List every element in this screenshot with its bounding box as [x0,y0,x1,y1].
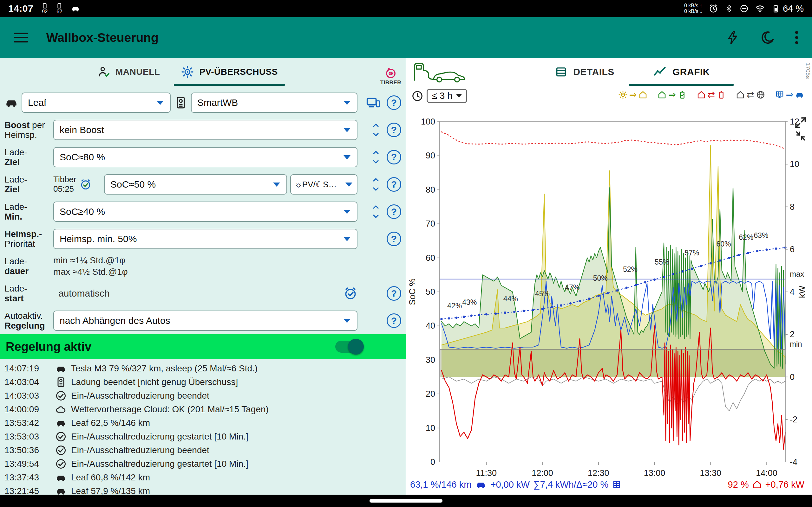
overflow-menu-icon[interactable] [795,31,798,44]
auto-activation-label: Autoaktiv.Regelung [4,311,50,331]
help-button[interactable]: ? [387,286,401,301]
status-bar: 14:07 92 62 0 kB/s ↑ 0 kB/s ↓ 64 % [0,0,812,17]
chevron-down-icon[interactable] [371,130,380,139]
help-button[interactable]: ? [387,95,401,110]
regulation-active-label: Regelung aktiv [6,340,91,354]
dark-mode-icon[interactable] [760,31,775,45]
tibber-target-select[interactable]: SoC≈50 % [104,174,287,194]
tibber-target-label: Lade-Ziel [4,175,50,194]
boost-select[interactable]: kein Boost [53,120,357,140]
menu-icon[interactable] [14,33,28,43]
screen-cast-icon[interactable] [366,95,380,110]
log-entry[interactable]: 14:07:19Tesla M3 79 %/327 km, asleep (25… [4,361,404,375]
charge-duration-row: Lade-dauer min ≈1¼ Std.@1φ max ≈4½ Std.@… [0,252,406,280]
charge-min-select[interactable]: SoC≥40 % [53,202,357,222]
charge-min-stepper[interactable] [371,203,380,221]
regulation-toggle[interactable] [335,341,362,353]
tibber-button[interactable]: TIBBER [380,66,401,86]
log-entry[interactable]: 13:50:36Ein-/Ausschaltreduzierung beende… [4,443,404,457]
tab-pv-ueberschuss[interactable]: PV-ÜBERSCHUSS [172,58,287,86]
tab-manuell[interactable]: MANUELL [89,58,169,86]
legend-sun-house[interactable]: ⇒ [618,90,648,100]
log-timestamp: 13:49:54 [4,459,51,469]
collapse-icon[interactable] [795,130,806,142]
svg-text:4: 4 [790,287,795,297]
log-entry[interactable]: 14:00:09Wettervorhersage Cloud: OK (201 … [4,402,404,416]
log-entry[interactable]: 13:49:54Ein-/Ausschaltreduzierung gestar… [4,457,404,470]
chart-canvas[interactable]: 0102030405060708090100-4-2024681012maxmi… [407,106,812,480]
chevron-down-icon[interactable] [371,184,380,193]
wallbox-icon [55,377,67,388]
help-button[interactable]: ? [387,232,401,246]
charge-target-stepper[interactable] [371,148,380,166]
home-pill[interactable] [369,499,443,503]
tab-details[interactable]: DETAILS [543,58,626,86]
car-icon [55,363,67,374]
auto-activation-row: Autoaktiv.Regelung nach Abhängen des Aut… [0,307,406,334]
log-entry[interactable]: 13:53:42Leaf 62,5 %/146 km [4,416,404,430]
help-button[interactable]: ? [387,177,401,192]
help-button[interactable]: ? [387,150,401,164]
chevron-up-icon[interactable] [371,203,380,212]
help-button[interactable]: ? [387,314,401,328]
expand-icon[interactable] [794,116,808,130]
legend-house-globe[interactable]: ⇄ [735,90,765,100]
house-icon [638,90,648,100]
check-circle-icon [55,431,67,442]
svg-text:60%: 60% [716,240,731,248]
tibber-schedule: Tibber 05:25 [53,175,101,194]
flash-icon[interactable] [725,31,740,45]
panel-icon [775,90,784,100]
tibber-mode-select[interactable]: ☼PV/☾Smart [290,174,357,194]
legend-house-batterycheck[interactable]: ⇒ [657,90,687,100]
log-entry[interactable]: 13:53:03Ein-/Ausschaltreduzierung gestar… [4,430,404,443]
house-icon [752,480,762,490]
chevron-down-icon [344,128,351,132]
svg-text:8: 8 [790,202,795,212]
log-entry[interactable]: 14:03:04Ladung beendet [nicht genug Über… [4,375,404,389]
chevron-down-icon[interactable] [371,157,380,166]
auto-activation-select[interactable]: nach Abhängen des Autos [53,311,357,331]
home-storage-priority-select[interactable]: Heimsp. min. 50% [53,229,357,249]
table-icon[interactable] [612,480,621,489]
time-range-select[interactable]: ≤ 3 h [426,89,467,103]
house-icon [697,90,706,100]
wallbox-select[interactable]: SmartWB [191,93,357,113]
legend-panel-car[interactable]: ⇒ [775,90,804,100]
arrow-icon: ⇄ [708,90,715,99]
charge-target-select[interactable]: SoC≈80 % [53,147,357,167]
chevron-up-icon[interactable] [371,121,380,130]
tab-grafik[interactable]: GRAFIK [629,58,734,86]
log-message: Ein-/Ausschaltreduzierung beendet [71,391,209,401]
log-entry[interactable]: 13:37:43Leaf 60,8 %/142 km [4,470,404,484]
help-button[interactable]: ? [387,123,401,137]
graph-pane: DETAILS GRAFIK 1705s ≤ 3 h ⇒⇒⇄⇄⇒ 0102030… [407,58,812,507]
home-status-readout: 92 % +0,76 kW [728,480,804,490]
svg-text:55%: 55% [655,258,669,266]
control-pane: MANUELL PV-ÜBERSCHUSS TIBBER Leaf SmartW… [0,58,406,507]
battery-icon [771,4,780,13]
check-circle-icon [55,390,67,401]
vehicle-select[interactable]: Leaf [21,93,171,113]
event-log: 14:07:19Tesla M3 79 %/327 km, asleep (25… [0,359,406,498]
battery-status: 64 % [771,3,804,14]
left-tab-bar: MANUELL PV-ÜBERSCHUSS TIBBER [0,58,406,86]
auto-start-timer-icon[interactable] [344,286,357,300]
tibber-target-stepper[interactable] [371,176,380,193]
legend-house-battery[interactable]: ⇄ [697,90,726,100]
line-chart-icon [653,65,667,79]
scheduled-check-icon [80,178,92,190]
svg-text:13:30: 13:30 [700,468,722,478]
boost-stepper[interactable] [371,121,380,139]
chevron-up-icon[interactable] [371,176,380,184]
svg-text:90: 90 [426,151,435,160]
svg-text:12:30: 12:30 [588,468,609,478]
svg-text:70: 70 [426,219,435,228]
svg-text:60: 60 [426,253,435,263]
chevron-down-icon[interactable] [371,212,380,221]
chevron-up-icon[interactable] [371,148,380,157]
boost-row: Boost per Heimsp. kein Boost ? [0,116,406,144]
log-entry[interactable]: 14:03:03Ein-/Ausschaltreduzierung beende… [4,389,404,402]
svg-text:100: 100 [421,117,435,126]
help-button[interactable]: ? [387,205,401,219]
